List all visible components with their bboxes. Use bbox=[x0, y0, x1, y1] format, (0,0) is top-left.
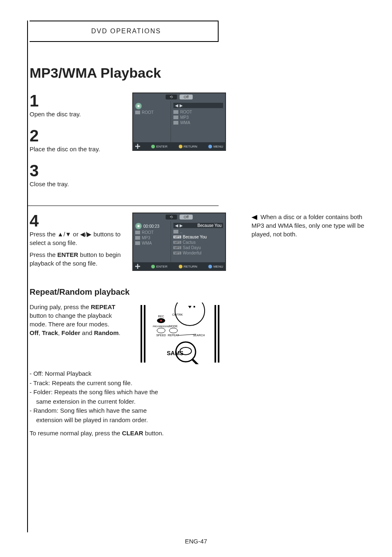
svg-text:CH/TRK: CH/TRK bbox=[172, 313, 183, 316]
osd-track: Sad Dayu bbox=[183, 245, 201, 250]
step-text: Press the ENTER button to begin playback… bbox=[30, 250, 124, 268]
mode-off: - Off: Normal Playback bbox=[30, 369, 367, 379]
disc-icon bbox=[135, 103, 142, 109]
page-title: MP3/WMA Playback bbox=[30, 65, 367, 81]
mode-random-cont: extension will be played in random order… bbox=[30, 416, 367, 425]
svg-point-9 bbox=[160, 320, 162, 322]
osd-left-mp3: MP3 bbox=[142, 236, 150, 240]
osd-track: Because You bbox=[183, 235, 207, 239]
svg-text:SAMS: SAMS bbox=[167, 350, 183, 356]
section-header-text: DVD OPERATIONS bbox=[91, 28, 161, 35]
svg-line-20 bbox=[192, 359, 201, 364]
subsection-heading: Repeat/Random playback bbox=[30, 287, 367, 297]
svg-text:MODE: MODE bbox=[169, 325, 178, 328]
svg-point-11 bbox=[157, 328, 165, 333]
osd-enter: ENTER bbox=[156, 145, 167, 148]
step-number: 1 bbox=[30, 92, 124, 109]
osd-left-wma: WMA bbox=[142, 241, 152, 245]
osd-left-root: ROOT bbox=[142, 230, 154, 235]
svg-text:PROGRESSIVE: PROGRESSIVE bbox=[153, 325, 169, 328]
step-text: Place the disc on the tray. bbox=[30, 145, 124, 153]
step-text: Close the tray. bbox=[30, 180, 124, 188]
osd-now-playing: Because You bbox=[198, 223, 221, 228]
note-text: When a disc or a folder contains both MP… bbox=[251, 213, 364, 238]
osd-track: Cactus bbox=[183, 240, 196, 245]
repeat-paragraph: During paly, press the REPEAT button to … bbox=[30, 303, 124, 366]
osd-right-root: ROOT bbox=[180, 110, 192, 114]
mode-descriptions: - Off: Normal Playback - Track: Repeats … bbox=[30, 369, 367, 438]
step-text: Open the disc tray. bbox=[30, 110, 124, 118]
osd-mode: Off bbox=[180, 95, 193, 99]
page-number: ENG-47 bbox=[0, 538, 392, 545]
svg-rect-1 bbox=[144, 305, 145, 363]
mode-folder: - Folder: Repeats the song files which h… bbox=[30, 388, 367, 397]
mode-track: - Track: Repeats the current song file. bbox=[30, 379, 367, 388]
osd-wma: WMA bbox=[180, 120, 190, 125]
osd-track: .. bbox=[180, 229, 182, 234]
svg-text:⏹: ⏹ bbox=[193, 305, 196, 308]
osd-return: RETURN bbox=[184, 145, 197, 148]
osd-left-root: ROOT bbox=[142, 110, 154, 115]
svg-rect-2 bbox=[214, 305, 216, 363]
folder-icon bbox=[135, 111, 140, 114]
resume-text: To resume normal play, press the CLEAR b… bbox=[30, 429, 367, 438]
remote-illustration: ⏹ REC PROGRESSIVE SPEED CH/TRK MODE REPE… bbox=[132, 303, 227, 364]
section-header: DVD OPERATIONS bbox=[30, 21, 219, 42]
osd-mp3: MP3 bbox=[180, 115, 189, 120]
svg-rect-3 bbox=[218, 305, 219, 363]
step-number: 2 bbox=[30, 127, 124, 144]
osd-return: RETURN bbox=[184, 265, 197, 268]
arrow-glyphs: ▲/▼ or ◀/▶ bbox=[58, 231, 92, 238]
osd-menu: MENU bbox=[213, 145, 223, 148]
dpad-icon bbox=[135, 144, 140, 149]
osd-mode: Off bbox=[180, 215, 193, 220]
osd-menu: MENU bbox=[213, 265, 223, 268]
svg-marker-5 bbox=[188, 306, 191, 308]
svg-rect-0 bbox=[141, 305, 142, 363]
osd-enter: ENTER bbox=[156, 265, 167, 268]
step-number: 3 bbox=[30, 162, 124, 179]
separator bbox=[27, 206, 219, 206]
svg-text:SPEED: SPEED bbox=[156, 334, 166, 337]
note-arrow-icon bbox=[251, 215, 257, 220]
osd-track: Wonderful bbox=[183, 251, 201, 255]
osd-screenshot-2: ⟲ Off 00:00:23 ROOT MP3 WMA ◀ ▶Because Y… bbox=[132, 213, 226, 271]
mode-folder-cont: same extension in the current folder. bbox=[30, 397, 367, 407]
osd-screenshot-1: ⟲ Off ROOT ◀ ▶ ROOT MP3 WMA bbox=[132, 92, 226, 151]
step-number: 4 bbox=[30, 213, 124, 229]
svg-point-15 bbox=[169, 328, 178, 333]
step-text: Press the ▲/▼ or ◀/▶ buttons to select a… bbox=[30, 230, 124, 247]
mode-random: - Random: Song files which have the same bbox=[30, 406, 367, 416]
osd-time: 00:00:23 bbox=[143, 224, 159, 229]
svg-text:REC: REC bbox=[158, 315, 164, 318]
